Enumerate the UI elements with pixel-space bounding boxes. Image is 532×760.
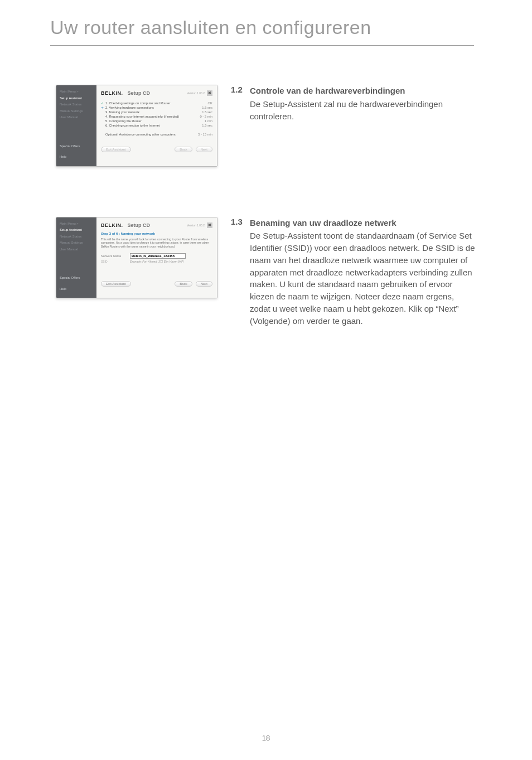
step-title: Step 3 of 6 : Naming your network: [101, 232, 212, 235]
row-2: Main Menu > Setup Assistant Network Stat…: [56, 217, 476, 327]
section-number: 1.2: [231, 85, 250, 94]
step-label: Optional: Assistance connecting other co…: [105, 133, 198, 136]
page-title: Uw router aansluiten en configureren: [0, 0, 532, 45]
next-button[interactable]: Next: [196, 281, 212, 287]
version-label: Version 1.00.2: [187, 91, 205, 95]
window-title: Setup CD: [128, 90, 187, 96]
step-label: 3. Naming your network: [105, 110, 202, 114]
section-body: De Setup-Assistent zal nu de hardwarever…: [250, 98, 476, 123]
step-row: ➔2. Verifying hardware connections1.5 se…: [101, 105, 212, 110]
step-row: 5. Configuring the Router1 min: [101, 119, 212, 123]
window-title: Setup CD: [128, 222, 187, 228]
version-label: Version 1.00.2: [187, 224, 205, 227]
network-name-input[interactable]: [130, 253, 186, 259]
network-name-label: Network Name: [101, 254, 127, 258]
step-duration: 1.5 sec: [202, 124, 212, 127]
step-label: 4. Requesting your Internet account info…: [105, 115, 200, 118]
example-text: Example: Fort Ahmed, 372 Elm Haven WiFi: [130, 260, 183, 263]
wizard-main: BELKIN. Setup CD Version 1.00.2 ✖ Step 3…: [96, 217, 217, 298]
sidebar-item-usermanual[interactable]: User Manual: [60, 114, 93, 121]
step-duration: 1.5 sec: [202, 106, 212, 109]
content-area: Main Menu > Setup Assistant Network Stat…: [0, 46, 532, 327]
arrow-right-icon: ➔: [101, 106, 105, 109]
sidebar-item-setup[interactable]: Setup Assistant: [60, 227, 93, 234]
screenshot-2: Main Menu > Setup Assistant Network Stat…: [56, 217, 217, 299]
brand-logo: BELKIN.: [101, 90, 123, 96]
section-number: 1.3: [231, 217, 250, 226]
close-icon[interactable]: ✖: [207, 90, 212, 96]
network-name-row: Network Name: [101, 253, 212, 259]
step-list: ✓1. Checking settings on computer and Ro…: [101, 101, 212, 137]
step-row: 3. Naming your network1.5 sec: [101, 110, 212, 114]
back-button[interactable]: Back: [175, 147, 192, 152]
exit-button[interactable]: Exit Assistant: [101, 281, 131, 287]
sidebar-item-status[interactable]: Network Status: [60, 234, 93, 240]
close-icon[interactable]: ✖: [207, 222, 212, 228]
example-row: SSID Example: Fort Ahmed, 372 Elm Haven …: [101, 260, 212, 263]
step-duration: OK: [208, 101, 212, 105]
screenshot-1: Main Menu > Setup Assistant Network Stat…: [56, 85, 217, 167]
section-heading: Benaming van uw draadloze netwerk: [250, 217, 476, 229]
button-row: Exit Assistant Back Next: [101, 147, 212, 152]
step-row: 6. Checking connection to the Internet1.…: [101, 123, 212, 128]
sidebar-item-manual[interactable]: Manual Settings: [60, 108, 93, 115]
row-1: Main Menu > Setup Assistant Network Stat…: [56, 85, 476, 167]
step-label: 5. Configuring the Router: [105, 119, 205, 123]
step-duration: 5 - 15 min: [198, 133, 212, 136]
next-button[interactable]: Next: [196, 147, 212, 152]
sidebar-item-status[interactable]: Network Status: [60, 101, 93, 108]
sidebar-item-manual[interactable]: Manual Settings: [60, 240, 93, 246]
sidebar-item-help[interactable]: Help: [60, 286, 93, 293]
step-row: 4. Requesting your Internet account info…: [101, 114, 212, 119]
sidebar: Main Menu > Setup Assistant Network Stat…: [56, 217, 96, 298]
step-row: ✓1. Checking settings on computer and Ro…: [101, 101, 212, 105]
section-1-2: 1.2 Controle van de hardwareverbindingen…: [217, 85, 476, 122]
sidebar-item-special[interactable]: Special Offers: [60, 275, 93, 282]
sidebar-item-usermanual[interactable]: User Manual: [60, 246, 93, 253]
step-row-optional: Optional: Assistance connecting other co…: [101, 132, 212, 137]
sidebar-item-main-menu[interactable]: Main Menu >: [60, 89, 93, 95]
section-1-3: 1.3 Benaming van uw draadloze netwerk De…: [217, 217, 476, 327]
sidebar-item-help[interactable]: Help: [60, 154, 93, 161]
step-duration: 1.5 sec: [202, 110, 212, 114]
step-label: 1. Checking settings on computer and Rou…: [105, 101, 208, 105]
step-duration: 0 - 2 min: [200, 115, 212, 118]
section-heading: Controle van de hardwareverbindingen: [250, 85, 476, 97]
step-duration: 1 min: [205, 119, 212, 123]
button-row: Exit Assistant Back Next: [101, 281, 212, 287]
ssid-sublabel: SSID: [101, 260, 127, 263]
sidebar: Main Menu > Setup Assistant Network Stat…: [56, 85, 96, 166]
sidebar-item-setup[interactable]: Setup Assistant: [60, 95, 93, 102]
wizard-main: BELKIN. Setup CD Version 1.00.2 ✖ ✓1. Ch…: [96, 85, 217, 166]
page-number: 18: [0, 734, 532, 742]
back-button[interactable]: Back: [175, 281, 192, 287]
step-label: 2. Verifying hardware connections: [105, 106, 202, 109]
step-description: This will be the name you will look for …: [101, 238, 212, 249]
section-body: De Setup-Assistent toont de standaardnaa…: [250, 230, 476, 327]
sidebar-item-special[interactable]: Special Offers: [60, 143, 93, 150]
brand-logo: BELKIN.: [101, 222, 123, 228]
step-label: 6. Checking connection to the Internet: [105, 124, 202, 127]
check-icon: ✓: [101, 101, 105, 105]
sidebar-item-main-menu[interactable]: Main Menu >: [60, 221, 93, 227]
exit-button[interactable]: Exit Assistant: [101, 147, 131, 152]
